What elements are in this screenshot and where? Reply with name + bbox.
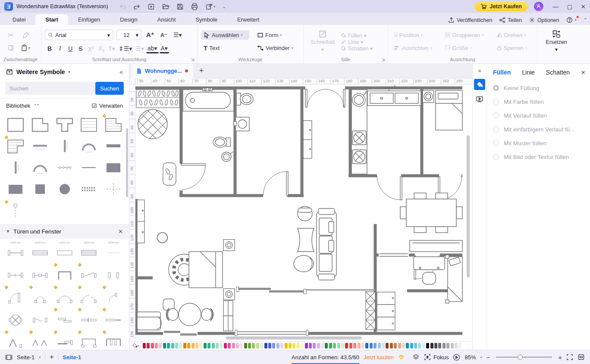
customize-toolbar-icon[interactable]: ⌄: [222, 4, 226, 9]
palette-swatch[interactable]: [171, 343, 174, 348]
collapse-library-icon[interactable]: ⌃⌃: [33, 103, 39, 108]
palette-swatch[interactable]: [236, 343, 239, 348]
publish-button[interactable]: Veröffentlichen: [448, 17, 492, 23]
palette-swatch[interactable]: [365, 343, 368, 348]
play-presentation-icon[interactable]: [453, 354, 460, 361]
library-symbol[interactable]: [3, 200, 28, 221]
palette-swatch[interactable]: [212, 343, 215, 348]
add-page-button[interactable]: +: [50, 353, 53, 361]
fill-option-single-gradient[interactable]: Mit einfarbigem Verlauf fü...: [493, 122, 590, 136]
page-selector-dropdown-icon[interactable]: ▾: [39, 355, 41, 359]
maximize-button[interactable]: ▢: [567, 3, 572, 10]
door-window-symbol[interactable]: [101, 263, 126, 285]
radio[interactable]: [493, 140, 499, 146]
shape-tool-button[interactable]: Form▾: [254, 31, 300, 40]
lock-button[interactable]: Sperren▾: [494, 44, 534, 53]
left-panel-scrollbar[interactable]: [126, 128, 128, 197]
palette-swatch[interactable]: [216, 343, 219, 348]
library-symbol[interactable]: [77, 157, 101, 178]
align-icon[interactable]: ☰▾: [172, 31, 183, 39]
palette-swatch[interactable]: [333, 343, 336, 348]
presentation-icon[interactable]: [476, 95, 483, 103]
tab-erweitert[interactable]: Erweitert: [227, 14, 269, 25]
radio-selected[interactable]: [493, 85, 499, 91]
fill-option-color[interactable]: Mit Farbe füllen: [493, 95, 590, 109]
subscript-icon[interactable]: X2: [97, 44, 106, 54]
radio[interactable]: [493, 154, 499, 160]
zoom-in-button[interactable]: +: [558, 354, 562, 361]
buy-now-button[interactable]: Jetzt Kaufen: [474, 2, 527, 11]
bold-icon[interactable]: B: [45, 44, 54, 53]
palette-swatch[interactable]: [430, 343, 433, 348]
radio[interactable]: [493, 126, 499, 132]
palette-swatch[interactable]: [285, 343, 288, 348]
superscript-icon[interactable]: X2: [86, 44, 96, 53]
palette-swatch[interactable]: [414, 343, 417, 348]
fullscreen-icon[interactable]: [566, 354, 573, 361]
share-button[interactable]: Teilen: [499, 17, 522, 23]
tab-design[interactable]: Design: [110, 14, 147, 25]
connector-tool-button[interactable]: Verbinder▾: [254, 44, 300, 53]
position-button[interactable]: ⍓Position▾: [392, 30, 439, 40]
group-button[interactable]: Gruppieren▾: [442, 31, 490, 40]
palette-swatch[interactable]: [191, 343, 195, 348]
fill-panel-tab-icon[interactable]: [474, 79, 485, 90]
drawing-sheet[interactable]: [135, 84, 472, 341]
library-symbol[interactable]: [77, 178, 101, 200]
door-window-symbol[interactable]: [77, 308, 101, 330]
palette-swatch[interactable]: [378, 343, 381, 348]
palette-swatch[interactable]: [292, 343, 295, 348]
door-window-symbol[interactable]: [53, 308, 77, 330]
page-selector[interactable]: Seite-1: [17, 354, 35, 361]
library-symbol[interactable]: [53, 135, 77, 157]
palette-swatch[interactable]: [309, 343, 312, 348]
door-window-symbol[interactable]: [77, 330, 101, 350]
shadow-style-button[interactable]: Schatten▾: [341, 46, 373, 52]
replace-button[interactable]: Ersetzen▾: [541, 28, 572, 53]
door-window-symbol[interactable]: 1200 mm: [53, 240, 77, 263]
palette-swatch[interactable]: [353, 343, 356, 348]
copy-icon[interactable]: [7, 44, 14, 51]
door-window-symbol[interactable]: 1200 mm: [101, 240, 126, 263]
help-button[interactable]: ▾: [566, 17, 577, 23]
align-button[interactable]: Ausrichten▾: [392, 44, 439, 53]
door-window-symbol[interactable]: [3, 330, 28, 350]
fill-option-none[interactable]: Keine Füllung: [493, 81, 590, 95]
palette-swatch[interactable]: [370, 343, 373, 348]
library-symbol[interactable]: [3, 157, 28, 178]
palette-swatch[interactable]: [199, 343, 202, 348]
paste-icon[interactable]: [21, 44, 28, 51]
size-button[interactable]: Größe▾: [442, 44, 490, 53]
manage-libraries-button[interactable]: Verwalten: [91, 103, 123, 109]
palette-swatch[interactable]: [458, 343, 461, 348]
highlight-icon[interactable]: ab▾: [146, 44, 159, 53]
page-layout-icon[interactable]: [5, 354, 13, 361]
vertical-scrollbar[interactable]: [467, 135, 470, 277]
library-symbol[interactable]: [3, 114, 28, 135]
fill-style-button[interactable]: Füllen▾: [341, 33, 373, 39]
tab-einfuegen[interactable]: Einfügen: [68, 14, 110, 25]
door-window-symbol[interactable]: [28, 263, 52, 285]
palette-swatch[interactable]: [406, 343, 409, 348]
palette-swatch[interactable]: [232, 343, 235, 348]
fill-option-image[interactable]: Mit Bild oder Textur füllen: [493, 150, 590, 164]
palette-swatch[interactable]: [442, 343, 446, 348]
palette-swatch[interactable]: [394, 343, 397, 348]
library-symbol[interactable]: [101, 178, 126, 200]
radio[interactable]: [493, 112, 499, 118]
palette-swatch[interactable]: [175, 343, 178, 348]
door-window-symbol[interactable]: [53, 263, 77, 285]
palette-swatch[interactable]: [313, 343, 316, 348]
door-window-symbol[interactable]: [28, 308, 52, 330]
zoom-level[interactable]: 85%: [464, 354, 476, 361]
format-painter-icon[interactable]: [22, 31, 29, 39]
add-document-tab-button[interactable]: +: [199, 66, 204, 75]
tab-fuellen[interactable]: Füllen: [493, 69, 511, 76]
zoom-out-button[interactable]: −: [486, 354, 490, 361]
strikethrough-icon[interactable]: S: [76, 44, 85, 53]
cut-icon[interactable]: ✂: [8, 31, 13, 39]
doors-windows-section-header[interactable]: ▼ Türen und Fenster ✕: [0, 224, 129, 239]
tab-symbole[interactable]: Symbole: [185, 14, 227, 25]
palette-swatch[interactable]: [446, 343, 449, 348]
collapse-panel-icon[interactable]: «: [119, 68, 123, 75]
